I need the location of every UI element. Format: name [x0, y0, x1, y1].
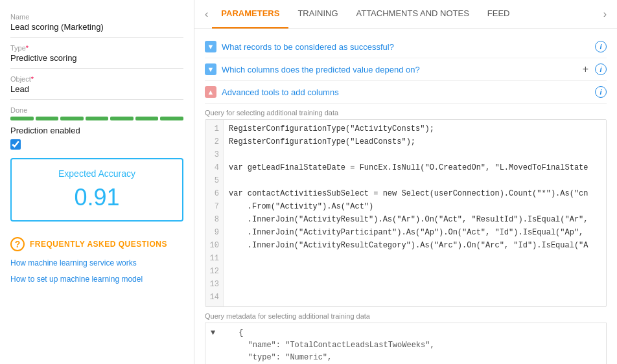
faq-title: FREQUENTLY ASKED QUESTIONS — [30, 240, 167, 249]
accordion-row-2[interactable]: ▲Advanced tools to add columnsi — [205, 81, 607, 104]
faq-link[interactable]: How to set up machine learning model — [10, 274, 183, 285]
progress-segment — [110, 117, 134, 120]
line-numbers: 1234567891011121314 — [205, 120, 224, 306]
accordion-container: ▼What records to be considered as succes… — [205, 36, 607, 104]
tab-nav-right[interactable]: › — [600, 1, 611, 28]
progress-segment — [86, 117, 109, 120]
line-number: 5 — [209, 174, 219, 187]
type-value: Predictive scoring — [10, 53, 183, 69]
accordion-icon-1: ▼ — [205, 63, 216, 75]
line-number: 7 — [209, 200, 219, 213]
object-value: Lead — [10, 84, 183, 100]
tab-training[interactable]: TRAINING — [288, 0, 347, 28]
json-section: Query metadata for selecting additional … — [205, 312, 607, 364]
line-number: 14 — [209, 291, 219, 304]
tab-nav-left[interactable]: ‹ — [201, 1, 212, 28]
tabs-container: PARAMETERSTRAININGATTACHMENTS AND NOTESF… — [212, 0, 599, 28]
object-label: Object — [10, 75, 183, 83]
faq-header: ? FREQUENTLY ASKED QUESTIONS — [10, 237, 183, 251]
line-number: 9 — [209, 226, 219, 239]
left-panel: Name Lead scoring (Marketing) Type Predi… — [0, 0, 194, 364]
accordion-icon-0: ▼ — [205, 41, 216, 52]
done-label: Done — [10, 106, 183, 114]
line-number: 8 — [209, 213, 219, 226]
line-number: 3 — [209, 148, 219, 161]
tab-parameters[interactable]: PARAMETERS — [212, 0, 288, 28]
line-number: 1 — [209, 122, 219, 135]
main-content: ▼What records to be considered as succes… — [194, 29, 617, 364]
accordion-icon-2: ▲ — [205, 86, 216, 98]
accordion-add-btn-1[interactable]: + — [583, 63, 588, 75]
accordion-label-1: Which columns does the predicted value d… — [222, 65, 577, 74]
faq-section: ? FREQUENTLY ASKED QUESTIONS How machine… — [10, 237, 183, 290]
line-number: 2 — [209, 135, 219, 148]
tabs-bar: ‹ PARAMETERSTRAININGATTACHMENTS AND NOTE… — [194, 0, 617, 29]
prediction-enabled-checkbox-wrap — [10, 139, 183, 152]
accordion-label-2: Advanced tools to add columns — [222, 87, 590, 97]
accordion-info-icon-0[interactable]: i — [595, 41, 607, 52]
prediction-enabled-checkbox[interactable] — [10, 139, 21, 150]
progress-segment — [10, 117, 34, 120]
faq-icon: ? — [10, 237, 25, 251]
metadata-label: Query metadata for selecting additional … — [205, 312, 607, 320]
code-editor[interactable]: 1234567891011121314 RegisterConfiguratio… — [205, 119, 607, 307]
progress-bar — [10, 117, 183, 120]
line-number: 10 — [209, 239, 219, 252]
accuracy-box: Expected Accuracy 0.91 — [10, 158, 183, 222]
accordion-info-icon-1[interactable]: i — [595, 63, 607, 75]
code-section: Query for selecting additional training … — [205, 109, 607, 307]
line-number: 13 — [209, 278, 219, 291]
progress-segment — [135, 117, 159, 120]
line-number: 6 — [209, 187, 219, 200]
line-number: 12 — [209, 265, 219, 278]
accordion-label-0: What records to be considered as success… — [222, 42, 590, 52]
accuracy-value: 0.91 — [18, 184, 176, 211]
right-panel: ‹ PARAMETERSTRAININGATTACHMENTS AND NOTE… — [194, 0, 617, 364]
name-label: Name — [10, 13, 183, 21]
progress-segment — [36, 117, 59, 120]
progress-segment — [160, 117, 183, 120]
name-value: Lead scoring (Marketing) — [10, 22, 183, 38]
type-label: Type — [10, 44, 183, 52]
accordion-row-0[interactable]: ▼What records to be considered as succes… — [205, 36, 607, 58]
line-number: 11 — [209, 252, 219, 265]
accordion-info-icon-2[interactable]: i — [595, 86, 607, 98]
tab-feed[interactable]: FEED — [478, 0, 519, 28]
code-section-label: Query for selecting additional training … — [205, 109, 607, 117]
progress-segment — [60, 117, 84, 120]
json-editor[interactable]: ▼ { "name": "TotalContactLeadsLastTwoWee… — [205, 323, 607, 364]
faq-links: How machine learning service worksHow to… — [10, 258, 183, 285]
prediction-enabled-label: Prediction enabled — [10, 126, 183, 135]
line-number: 4 — [209, 161, 219, 174]
accordion-row-1[interactable]: ▼Which columns does the predicted value … — [205, 58, 607, 81]
tab-attachments-and-notes[interactable]: ATTACHMENTS AND NOTES — [347, 0, 478, 28]
faq-link[interactable]: How machine learning service works — [10, 258, 183, 269]
accuracy-title: Expected Accuracy — [18, 168, 176, 179]
code-content[interactable]: RegisterConfigurationType("ActivityConst… — [224, 120, 606, 249]
